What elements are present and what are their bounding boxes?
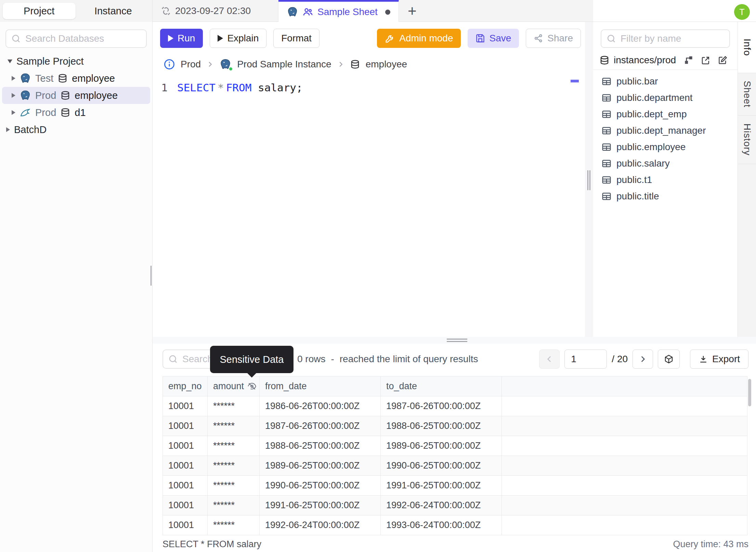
results-splitter[interactable] [153, 337, 756, 344]
table-list-item[interactable]: public.bar [593, 73, 738, 90]
table-icon [601, 109, 612, 119]
environment-label: Test [35, 73, 53, 84]
run-button[interactable]: Run [160, 29, 203, 48]
right-panel-splitter[interactable] [585, 22, 593, 337]
share-button[interactable]: Share [526, 29, 581, 48]
run-label: Run [178, 33, 195, 44]
cell: ****** [208, 416, 260, 436]
info-icon[interactable] [164, 58, 175, 70]
table-row: 10001 ****** 1988-06-25T00:00:00Z 1989-0… [163, 436, 747, 456]
column-header-filler [502, 377, 747, 396]
tab-history[interactable]: History [738, 116, 756, 164]
mysql-icon [19, 107, 31, 118]
table-list-item[interactable]: public.salary [593, 155, 738, 172]
external-link-icon[interactable] [701, 55, 711, 65]
team-icon [302, 6, 313, 17]
topbar-right: T [593, 0, 756, 22]
table-icon [601, 175, 612, 185]
table-name: public.salary [616, 158, 670, 169]
table-list-item[interactable]: public.dept_manager [593, 122, 738, 139]
tab-sheet[interactable]: Sheet [738, 73, 756, 116]
eye-off-icon[interactable] [247, 382, 257, 391]
next-page-button[interactable] [633, 350, 653, 369]
sidebar-resize-handle[interactable] [151, 266, 152, 286]
caret-down-icon[interactable] [8, 60, 12, 63]
cell-filler [502, 436, 747, 456]
avatar[interactable]: T [734, 4, 750, 20]
results-statusbar: SELECT * FROM salary Query time: 43 ms [153, 536, 756, 552]
table-name: public.bar [616, 76, 658, 87]
breadcrumb-instance[interactable]: Prod Sample Instance [237, 59, 331, 70]
tree-db-prod-d1[interactable]: Prod d1 [0, 104, 152, 121]
sql-editor[interactable]: 1 SELECT*FROM salary; [153, 74, 585, 337]
rows-separator: - [331, 354, 334, 365]
header-row: emp_no amount from_date to_date [163, 377, 747, 396]
tab-info[interactable]: Info [738, 22, 756, 73]
save-label: Save [489, 33, 511, 44]
sql-keyword: SELECT [177, 81, 216, 94]
database-name: employee [72, 73, 115, 84]
query-time: Query time: 43 ms [673, 539, 748, 550]
table-name: public.employee [616, 142, 686, 153]
vertical-scrollbar[interactable] [748, 379, 751, 406]
caret-right-icon[interactable] [6, 127, 10, 132]
tree-project-batchd[interactable]: BatchD [0, 121, 152, 138]
tab-project[interactable]: Project [3, 3, 76, 19]
unlink-icon [161, 6, 171, 16]
cell: ****** [208, 476, 260, 496]
tree-db-test-employee[interactable]: Test employee [0, 70, 152, 87]
export-button[interactable]: Export [690, 350, 748, 369]
sensitive-data-tooltip: Sensitive Data [210, 346, 294, 373]
table-list-item[interactable]: public.t1 [593, 172, 738, 188]
page-number-input[interactable] [564, 350, 607, 369]
schema-diagram-icon[interactable] [683, 55, 694, 65]
breadcrumb-database[interactable]: employee [366, 59, 407, 70]
table-list: public.bar public.department public.dept… [593, 70, 738, 205]
sheet-tab-sample-sheet[interactable]: Sample Sheet [278, 0, 399, 22]
tree-project-sample[interactable]: Sample Project [0, 53, 152, 70]
instance-icon-wrap [219, 58, 232, 70]
filter-by-name-input[interactable] [621, 33, 725, 44]
table-list-item[interactable]: public.title [593, 188, 738, 205]
table-icon [601, 191, 612, 201]
editor-toolbar: Run Explain Format Admin mode Save Share [153, 22, 585, 55]
table-list-item[interactable]: public.dept_emp [593, 106, 738, 122]
prev-page-button[interactable] [539, 350, 560, 369]
explain-button[interactable]: Explain [210, 29, 266, 48]
format-button[interactable]: Format [273, 29, 320, 48]
table-icon [601, 93, 612, 103]
database-icon [60, 90, 70, 101]
data-masking-button[interactable] [658, 350, 680, 369]
sheet-tab-label: 2023-09-27 02:30 [175, 5, 251, 16]
caret-right-icon[interactable] [12, 76, 15, 81]
save-button[interactable]: Save [468, 29, 519, 48]
play-icon [218, 35, 223, 42]
breadcrumb-environment[interactable]: Prod [181, 59, 201, 70]
database-icon [350, 59, 360, 69]
admin-mode-button[interactable]: Admin mode [377, 29, 461, 48]
cell: 1993-06-24T00:00:00Z [381, 515, 502, 535]
tab-instance[interactable]: Instance [77, 3, 150, 19]
cell-filler [502, 496, 747, 515]
table-icon [601, 142, 612, 152]
play-icon [168, 35, 173, 42]
rows-info: 0 rows - reached the limit of query resu… [297, 354, 478, 365]
caret-right-icon[interactable] [12, 110, 15, 115]
search-databases-input[interactable] [25, 33, 141, 44]
filter-box[interactable] [601, 29, 730, 48]
table-list-item[interactable]: public.department [593, 90, 738, 106]
new-tab-button[interactable]: + [408, 3, 417, 18]
edit-icon[interactable] [718, 55, 728, 65]
sheet-tab-history[interactable]: 2023-09-27 02:30 [153, 0, 278, 22]
table-list-item[interactable]: public.employee [593, 139, 738, 155]
chevron-right-icon [206, 61, 214, 68]
cell: 10001 [163, 416, 208, 436]
tree-db-prod-employee[interactable]: Prod employee [2, 87, 150, 104]
caret-right-icon[interactable] [12, 93, 15, 98]
sql-editor-app: Project Instance Sample Project Test emp… [0, 0, 756, 552]
sql-text: salary; [258, 81, 303, 94]
database-search[interactable] [5, 29, 147, 48]
table-row: 10001 ****** 1990-06-25T00:00:00Z 1991-0… [163, 476, 747, 496]
cell: 1990-06-25T00:00:00Z [381, 456, 502, 476]
table-icon [601, 126, 612, 136]
